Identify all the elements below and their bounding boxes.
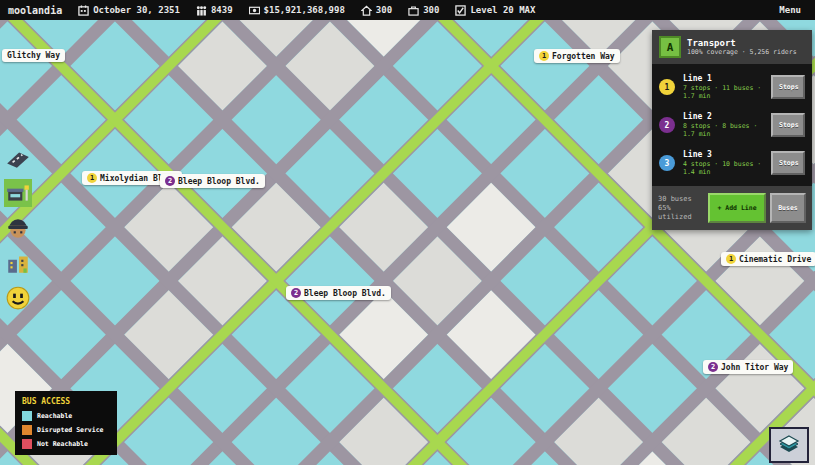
line-3-stops-button[interactable]: Stops (771, 151, 805, 175)
buses-button[interactable]: Buses (770, 193, 806, 223)
legend-item: Reachable (22, 411, 110, 421)
line-row-2[interactable]: 2 Line 2 8 stops · 8 buses · 1.7 min Sto… (652, 106, 812, 144)
line-badge: 1 (726, 254, 736, 264)
legend-label: Disrupted Service (37, 426, 104, 434)
money-display: $15,921,368,998 (249, 5, 345, 16)
transport-panel-footer: 30 buses 65% utilized + Add Line Buses (652, 186, 812, 230)
line-stats: 8 stops · 8 buses · 1.7 min (683, 122, 771, 138)
legend-title: BUS ACCESS (22, 397, 110, 406)
homes-value: 300 (376, 5, 392, 15)
jobs-display: 300 (408, 5, 439, 16)
line-1-stops-button[interactable]: Stops (771, 75, 805, 99)
line-stats: 7 stops · 11 buses · 1.7 min (683, 84, 771, 100)
line-row-3[interactable]: 3 Line 3 4 stops · 10 buses · 1.4 min St… (652, 144, 812, 182)
not-reachable-swatch (22, 439, 32, 449)
line-3-badge: 3 (659, 155, 675, 171)
street-label: 2 John Titor Way (703, 360, 793, 374)
date-value: October 30, 2351 (93, 5, 180, 15)
line-badge: 2 (291, 288, 301, 298)
street-label-text: Cinematic Drive (739, 255, 811, 264)
transport-grade-badge: A (659, 36, 681, 58)
buses-total: 30 buses (658, 195, 704, 204)
street-label-text: Glitchy Way (7, 51, 60, 60)
street-label-text: Bleep Bloop Blvd. (304, 289, 386, 298)
line-name: Line 3 (683, 150, 771, 160)
layers-icon (776, 433, 802, 457)
transport-panel: A Transport 100% coverage · 5,256 riders… (652, 30, 812, 230)
street-label: 2 Bleep Bloop Blvd. (160, 174, 265, 188)
briefcase-icon (408, 5, 419, 16)
date-display: October 30, 2351 (78, 5, 180, 16)
line-name: Line 1 (683, 74, 771, 84)
street-label: 1 Cinematic Drive (721, 252, 815, 266)
line-row-1[interactable]: 1 Line 1 7 stops · 11 buses · 1.7 min St… (652, 68, 812, 106)
line-badge: 1 (539, 51, 549, 61)
money-icon (249, 5, 260, 16)
level-value: Level 20 MAX (470, 5, 535, 15)
population-icon (196, 5, 207, 16)
transport-panel-header: A Transport 100% coverage · 5,256 riders (652, 30, 812, 64)
line-2-badge: 2 (659, 117, 675, 133)
level-check-icon (455, 5, 466, 16)
transport-lines-list: 1 Line 1 7 stops · 11 buses · 1.7 min St… (652, 64, 812, 186)
line-badge: 2 (165, 176, 175, 186)
money-value: $15,921,368,998 (264, 5, 345, 15)
left-toolbar (4, 144, 32, 312)
legend-label: Not Reachable (37, 440, 88, 448)
street-label-text: John Titor Way (721, 363, 788, 372)
street-label-text: Bleep Bloop Blvd. (178, 177, 260, 186)
street-label-text: Forgotten Way (552, 52, 615, 61)
app-logo: moolandia (8, 5, 62, 16)
legend-item: Not Reachable (22, 439, 110, 449)
disrupted-swatch (22, 425, 32, 435)
road-tool-icon[interactable] (4, 144, 32, 172)
legend-item: Disrupted Service (22, 425, 110, 435)
bus-access-legend: BUS ACCESS Reachable Disrupted Service N… (15, 391, 117, 455)
jobs-value: 300 (423, 5, 439, 15)
buses-utilization: 65% utilized (658, 204, 704, 222)
transport-panel-subtitle: 100% coverage · 5,256 riders (687, 48, 797, 57)
calendar-icon (78, 5, 89, 16)
line-badge: 1 (87, 173, 97, 183)
line-2-stops-button[interactable]: Stops (771, 113, 805, 137)
transport-panel-title: Transport (687, 38, 797, 48)
add-line-button[interactable]: + Add Line (708, 193, 766, 223)
bus-stop-tool-icon[interactable] (4, 179, 32, 207)
street-label: Glitchy Way (2, 49, 65, 62)
legend-label: Reachable (37, 412, 72, 420)
menu-button[interactable]: Menu (779, 5, 801, 15)
citizens-tool-icon[interactable] (4, 214, 32, 242)
street-label: 2 Bleep Bloop Blvd. (286, 286, 391, 300)
top-status-bar: moolandia October 30, 2351 8439 $15,921,… (0, 0, 815, 20)
population-value: 8439 (211, 5, 233, 15)
reachable-swatch (22, 411, 32, 421)
level-display: Level 20 MAX (455, 5, 535, 16)
line-stats: 4 stops · 10 buses · 1.4 min (683, 160, 771, 176)
happiness-tool-icon[interactable] (4, 284, 32, 312)
map-layers-button[interactable] (769, 427, 809, 463)
street-label: 1 Forgotten Way (534, 49, 620, 63)
line-1-badge: 1 (659, 79, 675, 95)
house-icon (361, 5, 372, 16)
buildings-tool-icon[interactable] (4, 249, 32, 277)
line-badge: 2 (708, 362, 718, 372)
homes-display: 300 (361, 5, 392, 16)
population-display: 8439 (196, 5, 233, 16)
line-name: Line 2 (683, 112, 771, 122)
